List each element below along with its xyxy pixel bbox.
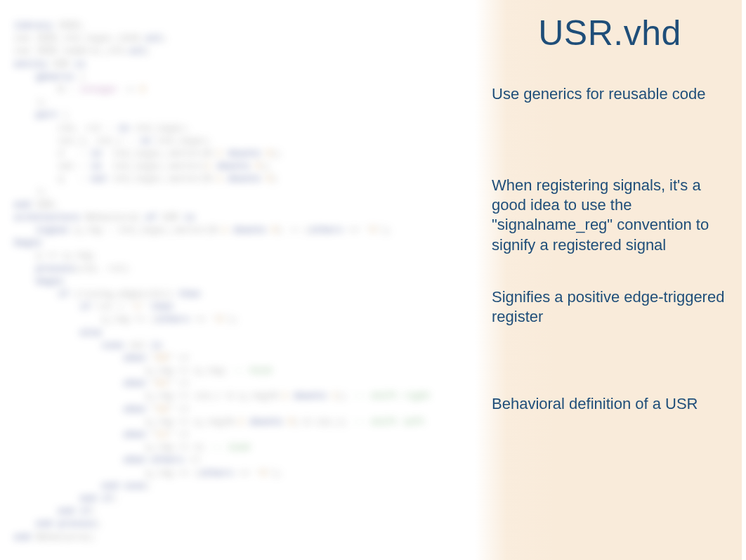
slide: library IEEE;use IEEE.std_logic_1164.all… [0,0,746,560]
blurred-code-background: library IEEE;use IEEE.std_logic_1164.all… [0,0,492,560]
slide-title: USR.vhd [492,13,728,53]
annotation-posedge: Signifies a positive edge-triggered regi… [492,287,728,327]
annotation-panel: USR.vhd Use generics for reusable code W… [475,0,742,560]
annotation-generics: Use generics for reusable code [492,84,728,104]
annotation-behavioral: Behavioral definition of a USR [492,394,728,414]
annotation-reg-convention: When registering signals, it's a good id… [492,176,728,255]
